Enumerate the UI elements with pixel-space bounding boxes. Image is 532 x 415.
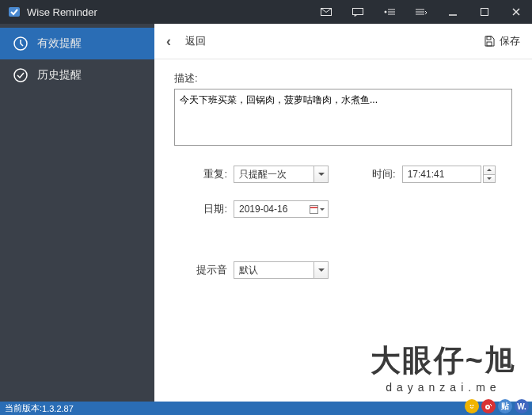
sidebar-item-active-reminders[interactable]: 有效提醒	[0, 28, 154, 59]
chevron-down-icon[interactable]	[314, 262, 328, 278]
time-spinner	[483, 166, 496, 183]
sound-label: 提示音	[174, 263, 234, 277]
sidebar: 有效提醒 历史提醒	[0, 24, 154, 402]
mail-icon[interactable]	[310, 0, 342, 24]
save-label: 保存	[500, 34, 520, 48]
version-value: 1.3.2.87	[42, 404, 74, 413]
description-input[interactable]	[174, 89, 512, 146]
maximize-button[interactable]	[469, 0, 500, 24]
time-input[interactable]: 17:41:41	[402, 166, 481, 183]
settings-icon[interactable]	[374, 0, 405, 24]
version-label: 当前版本:	[5, 402, 42, 414]
description-label: 描述:	[174, 71, 512, 86]
save-icon	[484, 36, 495, 47]
repeat-value: 只提醒一次	[234, 168, 314, 181]
svg-rect-2	[353, 8, 363, 14]
titlebar: Wise Reminder	[0, 0, 532, 24]
sidebar-item-label: 有效提醒	[37, 36, 82, 51]
save-button[interactable]: 保存	[484, 34, 520, 48]
date-value: 2019-04-16	[234, 204, 306, 215]
spinner-down-icon[interactable]	[484, 174, 495, 183]
svg-point-3	[385, 11, 387, 13]
form-area: 描述: 重复: 只提醒一次 时间: 17:41:41 日期	[154, 59, 532, 291]
time-label: 时间:	[372, 167, 396, 181]
close-button[interactable]	[500, 0, 532, 24]
chevron-down-icon[interactable]	[314, 166, 328, 182]
sidebar-item-history-reminders[interactable]: 历史提醒	[0, 59, 154, 91]
watermark-main: 大眼仔~旭	[370, 341, 516, 381]
app-icon	[8, 6, 21, 18]
feedback-icon[interactable]	[342, 0, 374, 24]
main-panel: ‹ 返回 保存 描述: 重复: 只提醒一次 时间: 17:41:41	[154, 24, 532, 402]
back-chevron-icon[interactable]: ‹	[166, 33, 171, 50]
svg-rect-17	[487, 42, 492, 46]
tray-icon-tieba[interactable]: 贴	[498, 399, 512, 413]
back-label[interactable]: 返回	[185, 34, 206, 48]
svg-point-19	[473, 405, 474, 406]
toolbar: ‹ 返回 保存	[154, 24, 532, 59]
chevron-down-icon	[320, 208, 325, 211]
svg-rect-0	[9, 7, 20, 17]
app-title: Wise Reminder	[27, 6, 97, 18]
statusbar: 当前版本:1.3.2.87 贴 W.	[0, 402, 532, 415]
tray-icon-a[interactable]	[465, 399, 479, 413]
spinner-up-icon[interactable]	[484, 166, 495, 174]
tray-icon-w[interactable]: W.	[515, 399, 529, 413]
sound-value: 默认	[234, 264, 314, 277]
svg-rect-11	[481, 9, 488, 16]
watermark: 大眼仔~旭 dayanzai.me	[370, 341, 516, 394]
calendar-icon	[310, 205, 318, 214]
svg-point-15	[14, 69, 27, 82]
sound-select[interactable]: 默认	[234, 261, 329, 279]
date-picker-button[interactable]	[306, 201, 328, 217]
tray-icons: 贴 W.	[465, 399, 529, 413]
svg-rect-16	[487, 36, 491, 40]
repeat-select[interactable]: 只提醒一次	[234, 166, 329, 183]
clock-icon	[12, 35, 29, 52]
tray-icon-weibo[interactable]	[481, 399, 496, 413]
svg-point-18	[470, 405, 472, 406]
date-label: 日期:	[174, 202, 234, 216]
check-circle-icon	[12, 67, 29, 84]
svg-point-21	[487, 406, 488, 408]
sidebar-item-label: 历史提醒	[37, 68, 82, 82]
menu-icon[interactable]	[405, 0, 437, 24]
watermark-sub: dayanzai.me	[370, 381, 516, 394]
repeat-label: 重复:	[174, 167, 234, 181]
date-input[interactable]: 2019-04-16	[234, 200, 329, 218]
minimize-button[interactable]	[437, 0, 469, 24]
